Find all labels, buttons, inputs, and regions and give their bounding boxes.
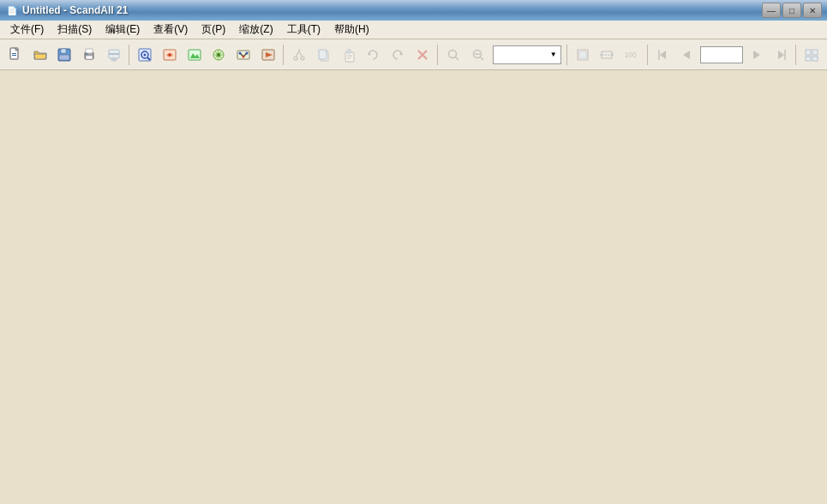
- menu-zoom[interactable]: 缩放(Z): [232, 21, 279, 39]
- svg-marker-40: [399, 52, 402, 56]
- svg-point-43: [449, 50, 457, 57]
- save-button[interactable]: [52, 44, 76, 66]
- next-page-button[interactable]: [744, 44, 768, 66]
- svg-line-29: [296, 51, 299, 57]
- fit-page-button[interactable]: [571, 44, 595, 66]
- svg-marker-57: [683, 51, 690, 59]
- fit-width-button[interactable]: [595, 44, 619, 66]
- scan-mode3-button[interactable]: [183, 44, 207, 66]
- toolbar: ▼ 100: [0, 39, 827, 70]
- zoom-percent-button[interactable]: 100: [620, 44, 644, 66]
- svg-marker-58: [753, 51, 760, 59]
- thumbnail-button[interactable]: [800, 44, 824, 66]
- scan-button[interactable]: [102, 44, 126, 66]
- svg-rect-61: [806, 50, 811, 55]
- svg-rect-9: [86, 53, 87, 55]
- minimize-button[interactable]: —: [762, 3, 781, 18]
- new-button[interactable]: [3, 44, 27, 66]
- last-page-button[interactable]: [769, 44, 793, 66]
- sep3: [437, 45, 438, 65]
- search1-button[interactable]: [441, 44, 465, 66]
- svg-rect-33: [319, 50, 327, 59]
- svg-rect-35: [347, 50, 351, 53]
- sep4: [566, 45, 567, 65]
- svg-text:100: 100: [625, 51, 637, 59]
- scan-settings1-button[interactable]: [207, 44, 231, 66]
- sep6: [795, 45, 796, 65]
- scan-mode1-button[interactable]: [133, 44, 157, 66]
- menu-file[interactable]: 文件(F): [3, 21, 51, 39]
- title-text: Untitled - ScandAll 21: [22, 4, 762, 16]
- svg-point-28: [301, 57, 304, 60]
- menu-scan[interactable]: 扫描(S): [51, 21, 99, 39]
- svg-rect-49: [579, 51, 586, 58]
- svg-rect-7: [86, 56, 93, 59]
- svg-rect-2: [12, 55, 16, 56]
- search-dropdown[interactable]: ▼: [493, 45, 561, 64]
- close-button[interactable]: ✕: [803, 3, 822, 18]
- sep2: [283, 45, 284, 65]
- svg-point-23: [238, 51, 241, 54]
- svg-point-16: [144, 53, 147, 56]
- rotate-right-button[interactable]: [386, 44, 410, 66]
- svg-marker-60: [778, 51, 784, 59]
- rotate-left-button[interactable]: [361, 44, 385, 66]
- svg-marker-39: [369, 52, 371, 56]
- title-bar: 📄 Untitled - ScandAll 21 — □ ✕: [0, 0, 827, 21]
- svg-rect-12: [111, 58, 117, 61]
- svg-line-30: [299, 51, 303, 57]
- open-button[interactable]: [28, 44, 52, 66]
- svg-rect-36: [347, 55, 352, 56]
- main-canvas: [0, 70, 827, 504]
- menu-edit[interactable]: 编辑(E): [99, 21, 147, 39]
- svg-rect-38: [347, 58, 351, 59]
- print-button[interactable]: [77, 44, 101, 66]
- svg-rect-8: [86, 49, 93, 53]
- delete-button[interactable]: [411, 44, 434, 66]
- svg-rect-63: [806, 57, 811, 61]
- svg-marker-56: [660, 51, 666, 59]
- prev-page-button[interactable]: [675, 44, 699, 66]
- window-controls: — □ ✕: [762, 3, 822, 18]
- scan-settings2-button[interactable]: [231, 44, 255, 66]
- sep5: [647, 45, 648, 65]
- svg-point-27: [294, 57, 297, 60]
- sep1: [129, 45, 129, 65]
- maximize-button[interactable]: □: [782, 3, 801, 18]
- svg-rect-19: [189, 50, 201, 60]
- page-input[interactable]: [700, 46, 743, 63]
- search2-button[interactable]: [466, 44, 490, 66]
- menu-tools[interactable]: 工具(T): [280, 21, 327, 39]
- menu-page[interactable]: 页(P): [195, 21, 232, 39]
- svg-rect-5: [59, 55, 69, 60]
- app-icon: 📄: [5, 3, 19, 17]
- menu-bar: 文件(F) 扫描(S) 编辑(E) 查看(V) 页(P) 缩放(Z) 工具(T)…: [0, 21, 827, 39]
- svg-point-24: [245, 51, 248, 54]
- svg-line-46: [480, 57, 483, 60]
- first-page-button[interactable]: [651, 44, 675, 66]
- paste-button[interactable]: [337, 44, 361, 66]
- scan-action-button[interactable]: [256, 44, 280, 66]
- svg-point-18: [168, 53, 171, 56]
- svg-point-25: [242, 55, 244, 57]
- scan-mode2-button[interactable]: [158, 44, 182, 66]
- menu-view[interactable]: 查看(V): [147, 21, 195, 39]
- svg-line-44: [456, 57, 459, 60]
- svg-rect-62: [812, 50, 818, 55]
- menu-help[interactable]: 帮助(H): [327, 21, 376, 39]
- svg-rect-37: [347, 57, 352, 57]
- cut-button[interactable]: [287, 44, 311, 66]
- svg-point-21: [217, 53, 220, 57]
- dropdown-arrow-icon: ▼: [550, 51, 557, 58]
- copy-button[interactable]: [312, 44, 336, 66]
- svg-rect-64: [812, 57, 818, 61]
- svg-rect-4: [61, 49, 66, 53]
- svg-rect-1: [12, 53, 16, 54]
